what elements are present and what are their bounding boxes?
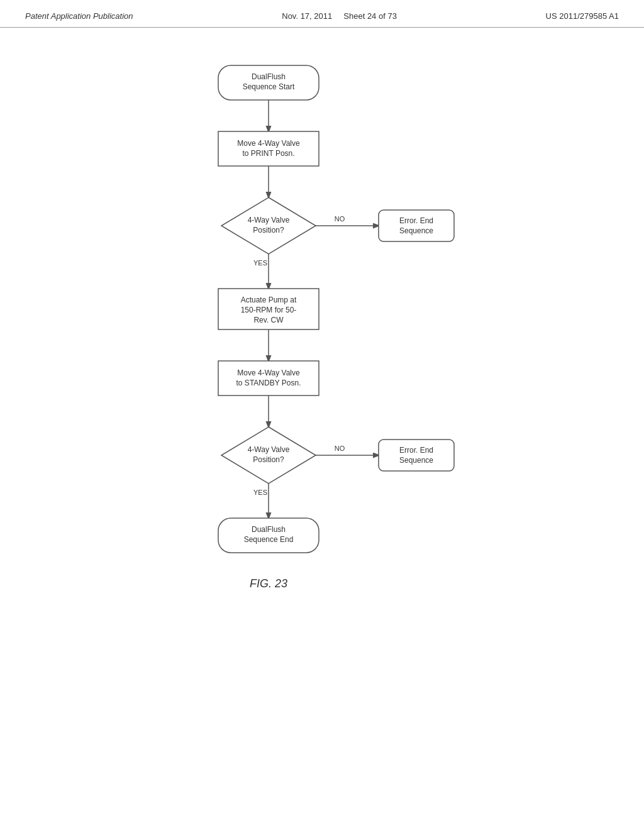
svg-text:Sequence End: Sequence End bbox=[244, 535, 294, 544]
svg-text:Sequence: Sequence bbox=[399, 226, 433, 235]
diagram-area: DualFlush Sequence Start Move 4-Way Valv… bbox=[0, 28, 644, 678]
svg-text:to STANDBY Posn.: to STANDBY Posn. bbox=[236, 379, 301, 387]
svg-text:Move 4-Way Valve: Move 4-Way Valve bbox=[237, 139, 300, 148]
flowchart-svg: DualFlush Sequence Start Move 4-Way Valv… bbox=[102, 47, 542, 675]
page-header: Patent Application Publication Nov. 17, … bbox=[0, 0, 644, 28]
header-sheet: Sheet 24 of 73 bbox=[343, 11, 397, 21]
header-date: Nov. 17, 2011 bbox=[282, 11, 332, 21]
svg-text:NO: NO bbox=[335, 445, 345, 452]
svg-text:Position?: Position? bbox=[253, 455, 284, 464]
svg-text:NO: NO bbox=[335, 215, 345, 223]
svg-rect-32 bbox=[379, 440, 454, 471]
svg-text:DualFlush: DualFlush bbox=[252, 72, 286, 81]
svg-text:Error. End: Error. End bbox=[399, 216, 433, 225]
svg-text:4-Way Valve: 4-Way Valve bbox=[248, 445, 290, 454]
svg-text:Position?: Position? bbox=[253, 226, 284, 235]
svg-text:150-RPM for 50-: 150-RPM for 50- bbox=[241, 306, 297, 314]
svg-text:Sequence Start: Sequence Start bbox=[243, 82, 295, 91]
svg-rect-13 bbox=[379, 210, 454, 241]
svg-text:4-Way Valve: 4-Way Valve bbox=[248, 216, 290, 224]
svg-text:YES: YES bbox=[253, 489, 267, 496]
svg-text:Actuate Pump at: Actuate Pump at bbox=[241, 296, 297, 304]
svg-text:Sequence: Sequence bbox=[399, 456, 433, 465]
header-publication-label: Patent Application Publication bbox=[25, 11, 133, 21]
svg-text:to PRINT Posn.: to PRINT Posn. bbox=[242, 149, 294, 158]
header-date-sheet: Nov. 17, 2011 Sheet 24 of 73 bbox=[282, 11, 397, 21]
svg-text:FIG. 23: FIG. 23 bbox=[250, 577, 287, 590]
svg-text:Rev. CW: Rev. CW bbox=[253, 316, 284, 324]
svg-text:YES: YES bbox=[253, 259, 267, 267]
svg-text:Error. End: Error. End bbox=[399, 446, 433, 455]
header-patent-number: US 2011/279585 A1 bbox=[546, 11, 619, 21]
svg-text:Move 4-Way Valve: Move 4-Way Valve bbox=[237, 368, 300, 377]
svg-text:DualFlush: DualFlush bbox=[252, 525, 286, 534]
